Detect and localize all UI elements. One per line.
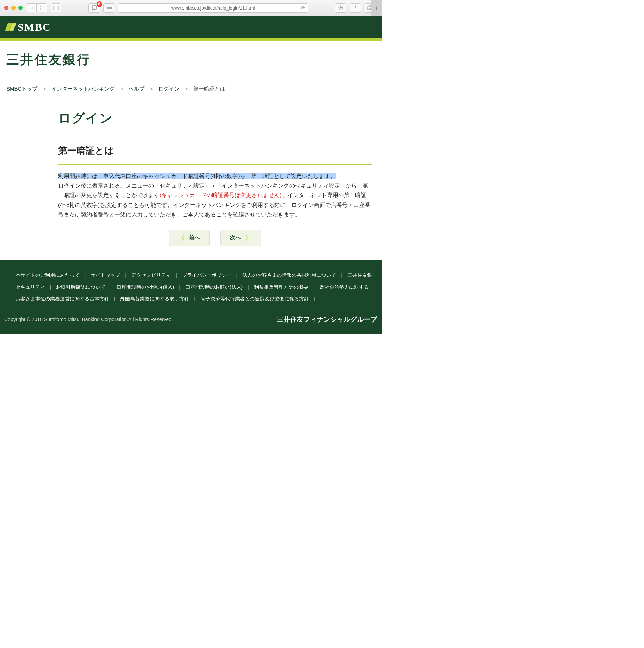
footer-link[interactable]: 本サイトのご利用にあたって — [16, 269, 80, 281]
breadcrumb: SMBCトップ ＞ インターネットバンキング ＞ ヘルプ ＞ ログイン ＞ 第一… — [0, 79, 382, 99]
bank-name-heading: 三井住友銀行 — [0, 41, 382, 79]
breadcrumb-help[interactable]: ヘルプ — [129, 86, 144, 92]
footer-link[interactable]: 電子決済等代行業者との連携及び協働に係る方針 — [200, 293, 309, 305]
extension-ghostery-icon[interactable]: 8 — [88, 3, 100, 13]
breadcrumb-sep-icon: ＞ — [184, 86, 189, 92]
reader-mode-button[interactable] — [103, 3, 115, 13]
footer-link[interactable]: サイトマップ — [91, 269, 120, 281]
section-title: 第一暗証とは — [58, 145, 372, 165]
window-controls — [4, 6, 23, 10]
footer-link[interactable]: セキュリティ — [16, 281, 45, 293]
close-window-icon[interactable] — [4, 6, 8, 10]
share-button[interactable] — [350, 3, 361, 13]
breadcrumb-current: 第一暗証とは — [193, 86, 225, 92]
site-footer: | 本サイトのご利用にあたって| サイトマップ| アクセシビリティ| プライバシ… — [0, 260, 382, 334]
smbc-logo-mark-icon — [6, 23, 16, 32]
chevron-right-icon: 〉 — [245, 234, 252, 242]
footer-links-row-2: | セキュリティ| お取引時確認について| 口座開設時のお願い(個人)| 口座開… — [4, 281, 377, 293]
next-button[interactable]: 次へ 〉 — [220, 230, 261, 246]
address-bar[interactable]: www.smbc.co.jp/direct/help_login/11.html… — [118, 3, 308, 13]
footer-link[interactable]: 法人のお客さまの情報の共同利用について — [242, 269, 336, 281]
footer-link[interactable]: 利益相反管理方針の概要 — [254, 281, 308, 293]
downloads-button[interactable] — [335, 3, 346, 13]
footer-bottom: Copyright © 2018 Sumitomo Mitsui Banking… — [4, 312, 377, 327]
breadcrumb-sep-icon: ＞ — [42, 86, 47, 92]
footer-links-row-3: | お客さま本位の業務運営に関する基本方針| 外国為替業務に関する取引方針| 電… — [4, 293, 377, 305]
sidebar-toggle-button[interactable] — [51, 3, 61, 12]
body-red-note: (キャッシュカードの暗証番号は変更されません) — [160, 192, 282, 198]
pager: 〈 前へ 次へ 〉 — [58, 230, 372, 246]
footer-link[interactable]: 三井住友銀 — [347, 269, 372, 281]
footer-links-row-1: | 本サイトのご利用にあたって| サイトマップ| アクセシビリティ| プライバシ… — [4, 269, 377, 281]
article-body: 利用開始時には、申込代表口座のキャッシュカード暗証番号(4桁の数字)を、第一暗証… — [58, 171, 372, 219]
footer-link[interactable]: 外国為替業務に関する取引方針 — [120, 293, 189, 305]
reload-icon[interactable]: ⟳ — [301, 5, 305, 11]
next-label: 次へ — [230, 234, 241, 242]
maximize-window-icon[interactable] — [18, 6, 23, 10]
footer-link[interactable]: アクセシビリティ — [131, 269, 171, 281]
copyright-text: Copyright © 2018 Sumitomo Mitsui Banking… — [4, 314, 173, 326]
breadcrumb-smbc-top[interactable]: SMBCトップ — [6, 86, 37, 92]
footer-link[interactable]: お取引時確認について — [56, 281, 105, 293]
address-bar-area: 8 www.smbc.co.jp/direct/help_login/11.ht… — [65, 3, 332, 13]
breadcrumb-sep-icon: ＞ — [149, 86, 154, 92]
prev-label: 前へ — [189, 234, 200, 242]
footer-link[interactable]: 反社会的勢力に対する — [320, 281, 369, 293]
url-text: www.smbc.co.jp/direct/help_login/11.html — [171, 5, 255, 11]
smbc-logo[interactable]: SMBC — [6, 21, 51, 33]
browser-toolbar: 〈 〉 8 www.smbc.co.jp/direct/help_login/1… — [0, 0, 382, 16]
extension-badge: 8 — [97, 1, 102, 7]
site-header: SMBC — [0, 16, 382, 41]
page-title: ログイン — [58, 110, 372, 127]
minimize-window-icon[interactable] — [11, 6, 16, 10]
breadcrumb-sep-icon: ＞ — [119, 86, 124, 92]
footer-link[interactable]: プライバシーポリシー — [182, 269, 231, 281]
prev-button[interactable]: 〈 前へ — [169, 230, 210, 246]
footer-link[interactable]: 口座開設時のお願い(個人) — [117, 281, 174, 293]
forward-button[interactable]: 〉 — [37, 3, 47, 12]
new-tab-button[interactable]: + — [371, 0, 382, 16]
breadcrumb-login[interactable]: ログイン — [158, 86, 179, 92]
nav-back-forward: 〈 〉 — [26, 3, 47, 12]
svg-rect-0 — [53, 6, 59, 10]
footer-link[interactable]: 口座開設時のお願い(法人) — [185, 281, 243, 293]
smbc-logo-text: SMBC — [18, 21, 51, 33]
back-button[interactable]: 〈 — [26, 3, 37, 12]
chevron-left-icon: 〈 — [178, 234, 185, 242]
financial-group-name: 三井住友フィナンシャルグループ — [277, 312, 377, 327]
main-content: ログイン 第一暗証とは 利用開始時には、申込代表口座のキャッシュカード暗証番号(… — [58, 99, 372, 260]
breadcrumb-internet-banking[interactable]: インターネットバンキング — [51, 86, 115, 92]
footer-link[interactable]: お客さま本位の業務運営に関する基本方針 — [16, 293, 109, 305]
highlighted-text: 利用開始時には、申込代表口座のキャッシュカード暗証番号(4桁の数字)を、第一暗証… — [58, 173, 336, 179]
